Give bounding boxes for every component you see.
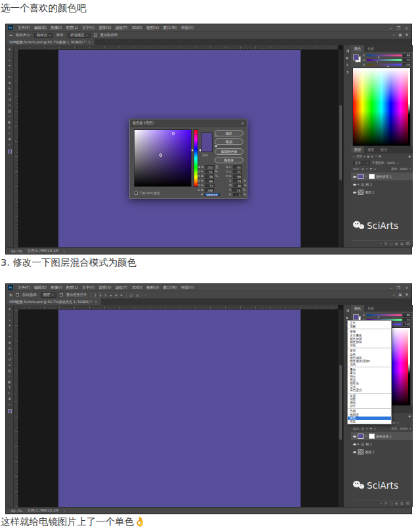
opacity-value[interactable]: 100% [387, 161, 396, 165]
visibility-eye-icon[interactable] [353, 443, 356, 445]
filter-shape-icon[interactable]: ⬒ [379, 155, 381, 158]
visibility-eye-icon[interactable] [353, 192, 356, 194]
restore-icon[interactable]: ❐ [397, 26, 400, 30]
foreground-color-swatch[interactable] [353, 314, 359, 320]
document-tab[interactable]: SEM配图-SciArts.psd @ 66.7%(颜色填充 1, RGB/8)… [6, 298, 101, 305]
web-colors-only[interactable]: 只有 Web 颜色 [135, 192, 160, 195]
auto-select-dropdown[interactable]: 图层 ▾ [41, 293, 56, 298]
lab-a-field[interactable]: 21 [233, 170, 242, 174]
visibility-eye-icon[interactable] [353, 436, 356, 438]
lasso-tool-icon[interactable]: ∿ [7, 317, 12, 322]
lock-all-icon[interactable]: ⚿ [374, 427, 376, 430]
lab-a-radio[interactable] [226, 171, 228, 173]
foreground-color-swatch[interactable] [8, 150, 12, 153]
black-field[interactable]: 1 [233, 193, 242, 197]
visibility-eye-icon[interactable] [353, 184, 356, 186]
menu-file[interactable]: 文件(F) [16, 26, 32, 30]
menu-filter[interactable]: 滤镜(T) [113, 285, 129, 290]
crop-tool-icon[interactable]: ⌗ [7, 69, 12, 73]
actions-panel-icon[interactable]: ▶ [346, 316, 349, 319]
dialog-title-bar[interactable]: 拾色器 (纯色) × [130, 119, 247, 127]
green-slider-track[interactable] [367, 59, 402, 61]
marquee-tool-icon[interactable]: ⬚ [7, 52, 12, 57]
menu-filter[interactable]: 滤镜(T) [113, 26, 129, 30]
lab-b-field[interactable]: -48 [233, 174, 242, 178]
menu-layer[interactable]: 图层(L) [64, 26, 80, 30]
layer-row-image[interactable]: 图层 1 [351, 188, 413, 196]
layer-name[interactable]: 图层 1 [366, 450, 375, 454]
expand-arrow-icon[interactable]: ▶ [358, 443, 360, 445]
move-tool-icon[interactable]: ✛ [7, 306, 12, 311]
tab-close-icon[interactable]: × [88, 40, 91, 44]
blend-item-lighter-color[interactable]: 浅色 [348, 363, 391, 366]
tab-color[interactable]: 颜色 [351, 305, 364, 312]
new-group-icon[interactable]: ▤ [400, 502, 403, 505]
clone-stamp-tool-icon[interactable]: ⌖ [7, 352, 12, 356]
menu-type[interactable]: 文字(Y) [80, 26, 96, 30]
image-layer-thumbnail[interactable] [358, 449, 364, 455]
quick-select-tool-icon[interactable]: ✦ [7, 64, 12, 68]
scrollbar-thumb[interactable] [339, 105, 342, 180]
distribute-v-icon[interactable]: ▥ [136, 293, 139, 297]
blue-slider[interactable]: B 148 [363, 62, 411, 67]
zoom-level[interactable]: 66.7% [11, 249, 22, 253]
layer-mask-thumbnail[interactable] [369, 174, 375, 179]
menu-window[interactable]: 窗口(W) [161, 26, 178, 30]
healing-brush-tool-icon[interactable]: ⊕ [7, 81, 12, 85]
filter-adjustment-icon[interactable]: ◐ [371, 155, 374, 158]
align-center-v-icon[interactable]: ┿ [115, 293, 117, 297]
layer-row-color-fill[interactable]: ⧉ 颜色填充 1 [351, 173, 413, 180]
lock-position-icon[interactable]: ✛ [366, 167, 368, 171]
history-brush-tool-icon[interactable]: ↺ [7, 97, 12, 102]
web-only-checkbox[interactable] [135, 192, 138, 195]
filter-smart-icon[interactable]: ● [408, 415, 411, 418]
ok-button[interactable]: 确定 [215, 130, 243, 136]
layer-row-group[interactable]: ▶ ▤ 组 1 [351, 180, 413, 188]
tab-channels[interactable]: 通道 [364, 146, 377, 153]
layer-name[interactable]: 组 1 [366, 442, 371, 446]
blur-tool-icon[interactable]: ◠ [7, 374, 12, 378]
workspace-icon[interactable]: ▣ [398, 33, 402, 37]
layer-row-image[interactable]: 图层 1 [351, 448, 413, 456]
tab-swatches[interactable]: 色板 [364, 305, 377, 312]
menu-help[interactable]: 帮助(H) [178, 26, 196, 30]
brush-tool-icon[interactable]: ✎ [7, 346, 12, 350]
cancel-button[interactable]: 取消 [215, 138, 243, 145]
red-radio[interactable] [198, 180, 200, 182]
red-slider-track[interactable] [367, 54, 402, 56]
layer-name[interactable]: 颜色填充 1 [376, 434, 392, 438]
dodge-tool-icon[interactable]: ◐ [7, 120, 12, 125]
zoom-level[interactable]: 66.7% [11, 509, 22, 513]
dialog-close-icon[interactable]: × [241, 121, 244, 125]
more-options-icon[interactable]: ⋯ [142, 293, 146, 297]
vertical-scrollbar[interactable] [338, 310, 343, 507]
auto-select-checkbox[interactable] [16, 293, 19, 296]
status-more-icon[interactable]: › [64, 509, 65, 513]
lock-artboard-icon[interactable]: ⬒ [369, 167, 372, 171]
menu-window[interactable]: 窗口(W) [161, 285, 178, 290]
search-icon[interactable]: ⌕ [393, 293, 395, 297]
green-field[interactable]: 73 [205, 184, 215, 188]
cyan-field[interactable]: 78 [233, 179, 242, 183]
saturation-radio[interactable] [198, 171, 200, 173]
color-libraries-button[interactable]: 颜色库 [215, 157, 243, 163]
filter-kind-label[interactable]: 类型 [356, 155, 362, 158]
align-top-icon[interactable]: ┯ [110, 293, 112, 297]
menu-help[interactable]: 帮助(H) [178, 285, 196, 290]
red-field[interactable]: 88 [205, 179, 214, 183]
menu-view[interactable]: 视图(V) [144, 285, 161, 290]
distribute-h-icon[interactable]: ▤ [130, 293, 133, 297]
quick-select-tool-icon[interactable]: ✦ [7, 323, 12, 328]
search-icon[interactable]: ⌕ [393, 33, 395, 37]
layer-name[interactable]: 组 1 [366, 182, 371, 186]
show-transform-checkbox[interactable] [60, 293, 63, 296]
lock-transparency-icon[interactable]: ▨ [362, 427, 364, 430]
path-select-tool-icon[interactable]: ▷ [7, 391, 12, 396]
lasso-tool-icon[interactable]: ∿ [7, 58, 12, 62]
blend-mode-select[interactable]: 正常 ▾ [353, 161, 370, 165]
tab-layers[interactable]: 图层 [351, 146, 364, 153]
brightness-field[interactable]: 58 [205, 174, 214, 178]
red-value[interactable]: 88 [403, 54, 411, 58]
menu-edit[interactable]: 编辑(E) [32, 285, 49, 290]
history-brush-tool-icon[interactable]: ↺ [7, 357, 12, 361]
